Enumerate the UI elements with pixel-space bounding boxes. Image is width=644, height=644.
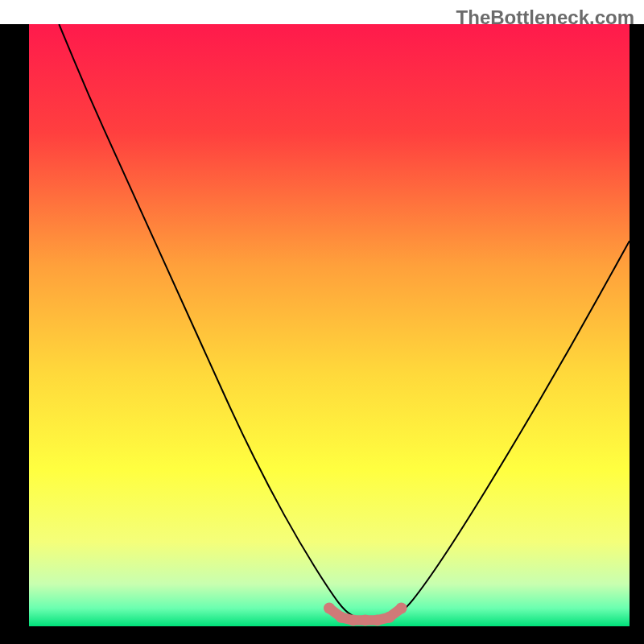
highlight-point bbox=[324, 603, 335, 614]
frame-right bbox=[630, 24, 644, 644]
highlight-point bbox=[372, 615, 383, 626]
frame-bottom bbox=[0, 626, 644, 644]
chart-container: TheBottleneck.com bbox=[0, 0, 644, 644]
highlight-point bbox=[360, 615, 371, 626]
plot-area bbox=[29, 24, 630, 626]
highlight-point bbox=[396, 603, 407, 614]
highlight-point bbox=[384, 612, 395, 623]
frame-left bbox=[0, 24, 29, 644]
highlight-point bbox=[336, 612, 347, 623]
highlight-point bbox=[348, 615, 359, 626]
gradient-background bbox=[29, 24, 630, 626]
chart-svg bbox=[29, 24, 630, 626]
watermark-text: TheBottleneck.com bbox=[456, 6, 634, 29]
